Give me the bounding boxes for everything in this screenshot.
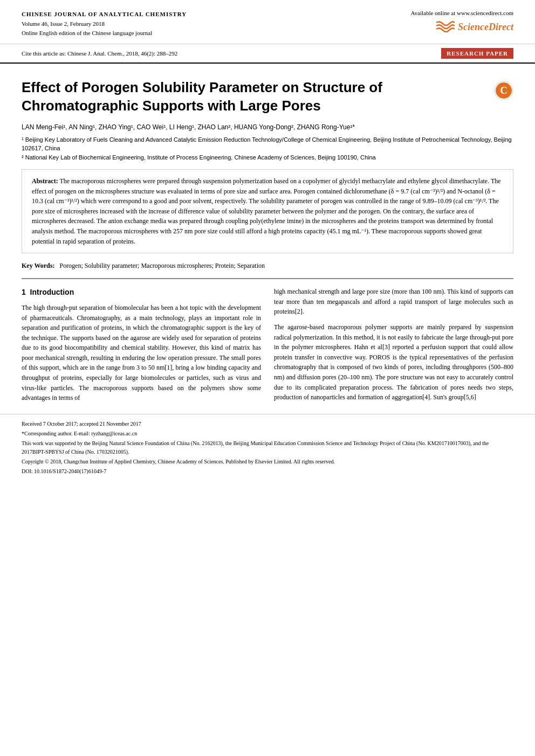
intro-para-1-text: The high through-put separation of biomo… [22,304,261,401]
sd-name-text: ScienceDirect [458,22,513,33]
intro-para-3: The agarose-based macroporous polymer su… [274,322,513,403]
sd-logo: ScienceDirect [434,19,513,34]
intro-para-1: The high through-put separation of biomo… [22,303,261,403]
abstract-text: The macroporous microspheres were prepar… [32,177,501,245]
article-title: Effect of Porogen Solubility Parameter o… [22,79,513,115]
citation-bar: Cite this article as: Chinese J. Anal. C… [0,44,535,64]
footer-received: Received 7 October 2017; accepted 21 Nov… [22,420,513,428]
col-right: high mechanical strength and large pore … [274,287,513,408]
keywords-text: Porogen; Solubility parameter; Macroporo… [59,262,265,269]
sd-icon [434,19,455,34]
page: CHINESE JOURNAL OF ANALYTICAL CHEMISTRY … [0,0,535,756]
affiliation-1: ¹ Beijing Key Laboratory of Fuels Cleani… [22,135,513,153]
citation-text: Cite this article as: Chinese J. Anal. C… [22,50,177,57]
journal-info: CHINESE JOURNAL OF ANALYTICAL CHEMISTRY … [22,10,187,38]
col-left: 1 Introduction The high through-put sepa… [22,287,261,408]
main-content: C Effect of Porogen Solubility Parameter… [0,64,535,414]
journal-title: CHINESE JOURNAL OF ANALYTICAL CHEMISTRY [22,10,187,19]
title-area: C Effect of Porogen Solubility Parameter… [22,79,513,115]
intro-para-3-text: The agarose-based macroporous polymer su… [274,323,513,401]
intro-para-2: high mechanical strength and large pore … [274,287,513,317]
section-number: 1 [22,288,26,296]
available-online-text: Available online at www.sciencedirect.co… [410,10,513,16]
authors: LAN Meng-Fei¹, AN Ning¹, ZHAO Ying¹, CAO… [22,122,513,133]
intro-para-2-text: high mechanical strength and large pore … [274,288,513,315]
section-1-title: 1 Introduction [22,287,261,299]
footer-copyright: Copyright © 2018, Changchun Institute of… [22,457,513,466]
research-paper-badge: RESEARCH PAPER [441,48,513,59]
footer-corresponding: *Corresponding author. E-mail: ryzhang@i… [22,429,513,438]
two-col-body: 1 Introduction The high through-put sepa… [22,287,513,408]
footer-doi: DOI: 10.1016/S1872-2040(17)61049-7 [22,467,513,476]
footer-funding: This work was supported by the Beijing N… [22,439,513,456]
sciencedirect-block: Available online at www.sciencedirect.co… [410,10,513,34]
abstract-label: Abstract: [32,177,58,185]
section-heading: Introduction [30,288,74,296]
crossmark-icon: C [494,81,513,100]
section-divider [22,278,513,279]
header: CHINESE JOURNAL OF ANALYTICAL CHEMISTRY … [0,0,535,44]
abstract-box: Abstract: The macroporous microspheres w… [22,169,513,253]
journal-edition: Online English edition of the Chinese la… [22,29,187,38]
svg-text:C: C [500,85,507,96]
journal-volume: Volume 46, Issue 2, February 2018 [22,19,187,29]
affiliation-2: ² National Key Lab of Biochemical Engine… [22,153,513,162]
affiliations: ¹ Beijing Key Laboratory of Fuels Cleani… [22,135,513,162]
footer: Received 7 October 2017; accepted 21 Nov… [0,414,535,481]
keywords-label: Key Words: [22,262,54,269]
author-list: LAN Meng-Fei¹, AN Ning¹, ZHAO Ying¹, CAO… [22,123,355,131]
keywords: Key Words: Porogen; Solubility parameter… [22,261,513,271]
